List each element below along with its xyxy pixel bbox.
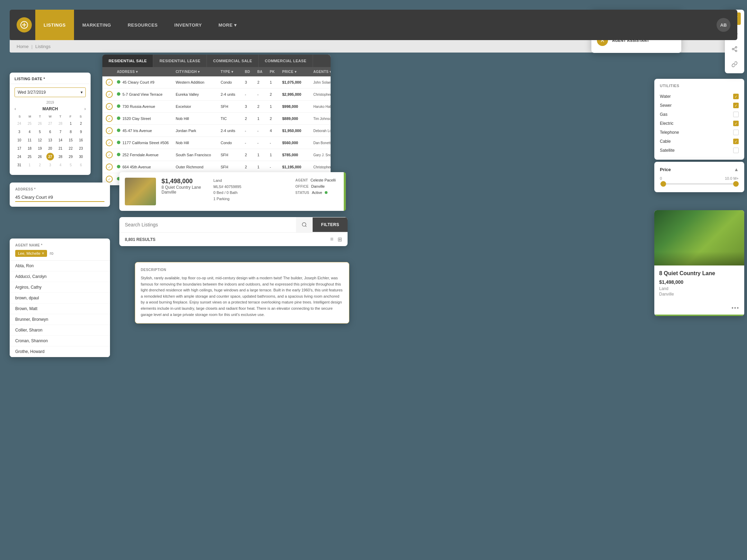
th-agents[interactable]: AGENTS ▾ xyxy=(313,70,331,74)
date-picker[interactable]: Wed 3/27/2019 ▾ xyxy=(15,87,86,97)
agent-dropdown-item[interactable]: Grothe, Howard xyxy=(10,346,110,357)
mobile-share-btn[interactable] xyxy=(728,43,741,55)
cal-day[interactable]: 14 xyxy=(57,136,64,144)
cal-day[interactable]: 12 xyxy=(36,136,44,144)
cal-day[interactable]: 23 xyxy=(77,144,85,152)
th-price[interactable]: PRICE ▾ xyxy=(282,70,313,74)
cal-day[interactable]: 3 xyxy=(16,128,23,136)
utility-checkbox[interactable] xyxy=(733,103,739,108)
cal-day[interactable]: 26 xyxy=(36,120,44,127)
cal-day[interactable]: 7 xyxy=(57,128,64,136)
cal-day[interactable]: 28 xyxy=(57,120,64,127)
th-pk[interactable]: PK xyxy=(270,70,282,74)
cal-day[interactable]: 9 xyxy=(77,128,85,136)
search-input[interactable] xyxy=(125,222,290,227)
cal-day[interactable]: 8 xyxy=(67,128,74,136)
tab-residential-lease[interactable]: RESIDENTIAL LEASE xyxy=(153,55,207,67)
price-slider-track[interactable] xyxy=(660,183,739,185)
table-row[interactable]: ✓ 1177 California Street #506 Nob Hill C… xyxy=(102,137,331,149)
agent-dropdown-item[interactable]: Collier, Sharon xyxy=(10,325,110,336)
mobile-link-btn[interactable] xyxy=(728,58,741,71)
agent-dropdown-item[interactable]: Abta, Ron xyxy=(10,261,110,271)
card-more-icon[interactable]: ••• xyxy=(731,305,739,311)
utility-item[interactable]: Satellite xyxy=(660,146,739,155)
grid-view-icon[interactable]: ⊞ xyxy=(338,236,342,243)
cal-day[interactable]: 25 xyxy=(26,120,34,127)
agent-dropdown-item[interactable]: Cronan, Shannon xyxy=(10,336,110,346)
table-row[interactable]: ✓ 730 Russia Avenue Excelsior SFH 3 2 1 … xyxy=(102,101,331,113)
agent-dropdown-item[interactable]: Argiros, Cathy xyxy=(10,282,110,293)
nav-item-more[interactable]: MORE ▾ xyxy=(210,10,245,40)
price-collapse-icon[interactable]: ▲ xyxy=(734,167,739,172)
cal-day[interactable]: 17 xyxy=(16,144,23,152)
cal-day[interactable]: 24 xyxy=(16,153,23,160)
agent-dropdown-item[interactable]: Brunner, Bronwyn xyxy=(10,314,110,325)
cal-day[interactable]: 29 xyxy=(67,153,74,160)
cal-day[interactable]: 22 xyxy=(67,144,74,152)
cal-day[interactable]: 10 xyxy=(16,136,23,144)
utility-item[interactable]: Cable xyxy=(660,137,739,146)
utility-checkbox[interactable] xyxy=(733,94,739,99)
utility-item[interactable]: Sewer xyxy=(660,101,739,110)
utility-item[interactable]: Electric xyxy=(660,119,739,128)
cal-day[interactable]: 27 xyxy=(46,120,54,127)
search-button[interactable] xyxy=(296,217,313,232)
agent-tag-close[interactable]: × xyxy=(42,251,44,256)
slider-thumb-left[interactable] xyxy=(661,181,666,187)
cal-day[interactable]: 13 xyxy=(46,136,54,144)
th-type[interactable]: TYPE ▾ xyxy=(221,70,245,74)
th-bd[interactable]: BD xyxy=(245,70,257,74)
cal-day[interactable]: 2 xyxy=(77,120,85,127)
cal-day[interactable]: 25 xyxy=(26,153,34,160)
utility-item[interactable]: Telephone xyxy=(660,128,739,137)
utility-checkbox[interactable] xyxy=(733,139,739,144)
cal-day[interactable]: 27 xyxy=(46,153,54,160)
nav-item-inventory[interactable]: INVENTORY xyxy=(166,10,210,40)
list-view-icon[interactable]: ≡ xyxy=(330,236,333,243)
cal-day[interactable]: 4 xyxy=(57,161,64,169)
utility-item[interactable]: Gas xyxy=(660,110,739,119)
table-row[interactable]: ✓ 45 Cleary Court #9 Western Addition Co… xyxy=(102,76,331,88)
th-address[interactable]: ADDRESS ▾ xyxy=(117,70,176,74)
cal-day[interactable]: 5 xyxy=(67,161,74,169)
table-row[interactable]: ✓ 664 45th Avenue Outer Richmond SFH 2 1… xyxy=(102,161,331,173)
agent-search-input[interactable] xyxy=(50,251,104,256)
breadcrumb-home[interactable]: Home xyxy=(17,44,29,49)
nav-item-listings[interactable]: LISTINGS xyxy=(35,10,74,40)
agent-dropdown-item[interactable]: Adducci, Carolyn xyxy=(10,271,110,282)
nav-avatar[interactable]: AB xyxy=(717,18,730,32)
cal-prev-btn[interactable]: ‹ xyxy=(15,106,16,111)
cal-day[interactable]: 15 xyxy=(67,136,74,144)
nav-item-resources[interactable]: RESOURCES xyxy=(119,10,166,40)
nav-logo[interactable] xyxy=(17,17,32,32)
cal-day[interactable]: 6 xyxy=(46,128,54,136)
cal-day[interactable]: 19 xyxy=(36,144,44,152)
nav-item-marketing[interactable]: MARKETING xyxy=(74,10,119,40)
cal-day[interactable]: 11 xyxy=(26,136,34,144)
table-row[interactable]: ✓ 45-47 Iris Avenue Jordan Park 2-4 unit… xyxy=(102,125,331,137)
tab-residential-sale[interactable]: RESIDENTIAL SALE xyxy=(102,55,153,67)
tab-commercial-lease[interactable]: COMMERCIAL LEASE xyxy=(259,55,313,67)
cal-day[interactable]: 1 xyxy=(67,120,74,127)
agent-dropdown-item[interactable]: brown, dpaul xyxy=(10,293,110,304)
cal-day[interactable]: 28 xyxy=(57,153,64,160)
utility-checkbox[interactable] xyxy=(733,121,739,126)
th-ba[interactable]: BA xyxy=(257,70,270,74)
slider-thumb-right[interactable] xyxy=(733,181,739,187)
cal-day[interactable]: 30 xyxy=(77,153,85,160)
utility-item[interactable]: Water xyxy=(660,92,739,101)
cal-day[interactable]: 2 xyxy=(36,161,44,169)
cal-next-btn[interactable]: › xyxy=(84,106,86,111)
utility-checkbox[interactable] xyxy=(733,112,739,117)
agent-dropdown-item[interactable]: Brown, Matt xyxy=(10,304,110,314)
table-row[interactable]: ✓ 5-7 Grand View Terrace Eureka Valley 2… xyxy=(102,88,331,101)
cal-day[interactable]: 31 xyxy=(16,161,23,169)
cal-day[interactable]: 18 xyxy=(26,144,34,152)
cal-day[interactable]: 6 xyxy=(77,161,85,169)
cal-day[interactable]: 16 xyxy=(77,136,85,144)
cal-day[interactable]: 20 xyxy=(46,144,54,152)
th-city[interactable]: CITY/NEIGH ▾ xyxy=(176,70,221,74)
cal-day[interactable]: 3 xyxy=(46,161,54,169)
utility-checkbox[interactable] xyxy=(733,148,739,153)
address-input[interactable] xyxy=(15,193,104,202)
